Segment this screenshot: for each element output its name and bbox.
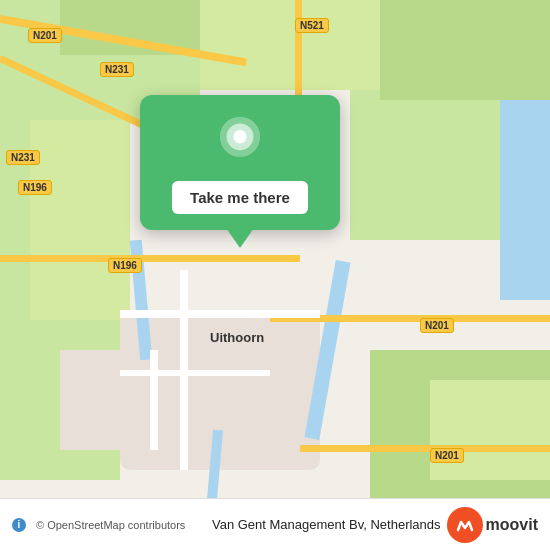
road-n201-bottom	[300, 445, 550, 452]
place-name-text: Van Gent Management Bv, Netherlands	[212, 517, 441, 532]
road-white-h2	[120, 370, 270, 376]
road-n196	[0, 255, 300, 262]
location-popup: Take me there	[140, 95, 340, 230]
take-me-there-button[interactable]: Take me there	[172, 181, 308, 214]
osm-icon: i	[12, 518, 26, 532]
label-n521: N521	[295, 18, 329, 33]
label-n196-top: N196	[18, 180, 52, 195]
label-n196-mid: N196	[108, 258, 142, 273]
svg-point-2	[233, 130, 246, 143]
green-area-bottomright2	[430, 380, 550, 480]
green-area-topmid	[200, 0, 380, 90]
label-n201-bottom: N201	[430, 448, 464, 463]
urban-area-left	[60, 350, 140, 450]
map-container: N521 N201 N231 N231 N196 N196 N201 N201 …	[0, 0, 550, 550]
label-n231-top: N231	[100, 62, 134, 77]
road-white-v2	[150, 350, 158, 450]
label-n201-top: N201	[28, 28, 62, 43]
moovit-text: moovit	[486, 516, 538, 534]
green-area-right-top	[380, 0, 550, 100]
water-right	[500, 100, 550, 300]
green-area-left2	[30, 120, 130, 320]
bottom-right-section: Van Gent Management Bv, Netherlands moov…	[212, 507, 538, 543]
label-n231-left: N231	[6, 150, 40, 165]
bottom-left-section: i © OpenStreetMap contributors	[12, 518, 185, 532]
moovit-logo: moovit	[447, 507, 538, 543]
location-pin-icon	[214, 115, 266, 167]
label-n201-right: N201	[420, 318, 454, 333]
moovit-icon	[447, 507, 483, 543]
osm-copyright-text: © OpenStreetMap contributors	[36, 519, 185, 531]
road-white-horizontal	[120, 310, 320, 318]
city-label-uithoorn: Uithoorn	[210, 330, 264, 345]
bottom-bar: i © OpenStreetMap contributors Van Gent …	[0, 498, 550, 550]
